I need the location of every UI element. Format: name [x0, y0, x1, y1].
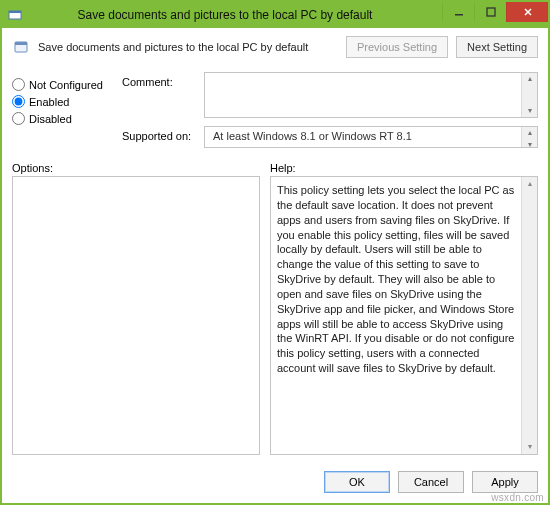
section-labels: Options: Help:: [2, 156, 548, 176]
state-radio-group: Not Configured Enabled Disabled: [12, 70, 112, 156]
supported-on-value: At least Windows 8.1 or Windows RT 8.1: [213, 130, 412, 142]
window-title: Save documents and pictures to the local…: [8, 8, 442, 22]
radio-disabled[interactable]: Disabled: [12, 112, 112, 125]
options-content: [13, 177, 259, 454]
policy-icon: [12, 38, 30, 56]
scrollbar[interactable]: ▴▾: [521, 73, 537, 117]
scroll-down-icon[interactable]: ▾: [522, 440, 537, 454]
close-button[interactable]: [506, 2, 548, 22]
svg-rect-3: [487, 8, 495, 16]
meta-column: Comment: ▴▾ Supported on: At least Windo…: [122, 70, 538, 156]
options-label: Options:: [12, 162, 270, 174]
cancel-button[interactable]: Cancel: [398, 471, 464, 493]
minimize-button[interactable]: [442, 2, 474, 22]
next-setting-button[interactable]: Next Setting: [456, 36, 538, 58]
config-row: Not Configured Enabled Disabled Comment:…: [2, 66, 548, 156]
apply-button[interactable]: Apply: [472, 471, 538, 493]
titlebar: Save documents and pictures to the local…: [2, 2, 548, 28]
radio-not-configured-input[interactable]: [12, 78, 25, 91]
radio-not-configured-label: Not Configured: [29, 79, 103, 91]
help-label: Help:: [270, 162, 296, 174]
panes-row: This policy setting lets you select the …: [2, 176, 548, 463]
help-content: This policy setting lets you select the …: [271, 177, 537, 454]
help-pane: This policy setting lets you select the …: [270, 176, 538, 455]
scroll-up-icon[interactable]: ▴: [522, 127, 537, 139]
window-controls: [442, 2, 548, 28]
scroll-down-icon[interactable]: ▾: [522, 105, 537, 117]
scroll-down-icon[interactable]: ▾: [522, 139, 537, 151]
policy-title: Save documents and pictures to the local…: [38, 41, 338, 53]
scrollbar[interactable]: ▴▾: [521, 127, 537, 147]
scrollbar[interactable]: ▴▾: [521, 177, 537, 454]
maximize-button[interactable]: [474, 2, 506, 22]
radio-disabled-input[interactable]: [12, 112, 25, 125]
previous-setting-button[interactable]: Previous Setting: [346, 36, 448, 58]
options-pane: [12, 176, 260, 455]
radio-enabled-input[interactable]: [12, 95, 25, 108]
comment-label: Comment:: [122, 72, 204, 88]
svg-rect-5: [15, 42, 27, 45]
scroll-up-icon[interactable]: ▴: [522, 177, 537, 191]
radio-disabled-label: Disabled: [29, 113, 72, 125]
radio-enabled[interactable]: Enabled: [12, 95, 112, 108]
svg-rect-2: [455, 14, 463, 16]
dialog-footer: OK Cancel Apply: [2, 463, 548, 503]
scroll-up-icon[interactable]: ▴: [522, 73, 537, 85]
radio-not-configured[interactable]: Not Configured: [12, 78, 112, 91]
supported-on-field: At least Windows 8.1 or Windows RT 8.1 ▴…: [204, 126, 538, 148]
radio-enabled-label: Enabled: [29, 96, 69, 108]
supported-on-label: Supported on:: [122, 126, 204, 142]
header-row: Save documents and pictures to the local…: [2, 28, 548, 66]
dialog-window: Save documents and pictures to the local…: [0, 0, 550, 505]
comment-field[interactable]: ▴▾: [204, 72, 538, 118]
ok-button[interactable]: OK: [324, 471, 390, 493]
